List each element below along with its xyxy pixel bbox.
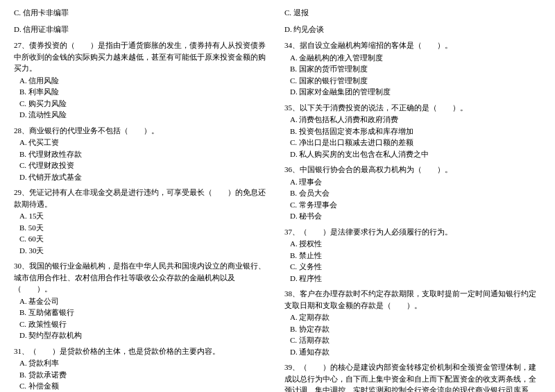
question-block: 37、（ ）是法律要求行为人必须履行的行为。A. 授权性B. 禁止性C. 义务性…	[284, 226, 541, 284]
question-block: 31、（ ）是贷款价格的主体，也是贷款价格的主要内容。A. 贷款利率B. 贷款承…	[14, 346, 271, 393]
option-text: D. 国家对金融集团的管理制度	[284, 86, 541, 98]
question-text: D. 约见会谈	[284, 24, 541, 35]
option-text: C. 政策性银行	[14, 318, 271, 330]
option-text: B. 禁止性	[284, 250, 541, 262]
option-text: B. 协定存款	[284, 323, 541, 335]
option-text: B. 50天	[14, 222, 271, 234]
option-text: D. 程序性	[284, 273, 541, 284]
option-text: D. 契约型存款机构	[14, 330, 271, 341]
question-text: C. 信用卡非编罪	[14, 7, 271, 19]
question-text: 31、（ ）是贷款价格的主体，也是贷款价格的主要内容。	[14, 346, 271, 357]
question-text: 28、商业银行的代理业务不包括（ ）。	[14, 125, 271, 137]
option-text: D. 流动性风险	[14, 109, 271, 121]
question-block: D. 信用证非编罪	[14, 24, 271, 36]
question-block: 30、我国的银行业金融机构，是指在中华人民共和国境内设立的商业银行、城市信用合作…	[14, 260, 271, 341]
question-block: D. 约见会谈	[284, 24, 541, 36]
question-text: 30、我国的银行业金融机构，是指在中华人民共和国境内设立的商业银行、城市信用合作…	[14, 260, 271, 295]
option-text: C. 购买力风险	[14, 98, 271, 110]
option-text: C. 活期存款	[284, 334, 541, 346]
option-text: A. 金融机构的准入管理制度	[284, 52, 541, 64]
question-text: 27、债券投资的（ ）是指由于通货膨胀的发生，债券持有人从投资债券中所收到的金钱…	[14, 40, 271, 74]
option-text: A. 基金公司	[14, 296, 271, 307]
option-text: B. 代理财政性存款	[14, 148, 271, 160]
question-block: 36、中国银行协会合的最高权力机构为（ ）。A. 理事会B. 会员大会C. 常务…	[284, 164, 541, 222]
option-text: C. 60天	[14, 233, 271, 245]
option-text: B. 互助储蓄银行	[14, 307, 271, 318]
question-text: 38、客户在办理存款时不约定存款期限，支取时提前一定时间通知银行约定支取日期和支…	[284, 288, 541, 311]
option-text: B. 会员大会	[284, 187, 541, 199]
question-block: 28、商业银行的代理业务不包括（ ）。A. 代买工资B. 代理财政性存款C. 代…	[14, 125, 271, 183]
question-block: 34、据自设立金融机构筹缩招的客体是（ ）。A. 金融机构的准入管理制度B. 国…	[284, 40, 541, 98]
option-text: A. 理事会	[284, 176, 541, 188]
option-text: A. 定期存款	[284, 312, 541, 323]
option-text: C. 国家的银行管理制度	[284, 75, 541, 87]
option-text: C. 代理财政投资	[14, 160, 271, 171]
option-text: C. 义务性	[284, 261, 541, 273]
question-block: 29、凭证记持有人在非现金交易是进行违约，可享受最长（ ）的免息还款期待遇。A.…	[14, 187, 271, 256]
question-text: 36、中国银行协会合的最高权力机构为（ ）。	[284, 164, 541, 176]
option-text: D. 30天	[14, 245, 271, 257]
option-text: A. 15天	[14, 210, 271, 222]
option-text: D. 秘书会	[284, 210, 541, 222]
question-text: 39、（ ）的核心是建设内部资金转移定价机制和全颈资金管理体制，建成以总行为中心…	[284, 361, 541, 392]
option-text: A. 消费包括私人消费和政府消费	[284, 114, 541, 126]
option-text: B. 利率风险	[14, 86, 271, 98]
option-text: C. 净出口是出口额减去进口额的差额	[284, 137, 541, 148]
question-block: 27、债券投资的（ ）是指由于通货膨胀的发生，债券持有人从投资债券中所收到的金钱…	[14, 40, 271, 121]
question-text: 29、凭证记持有人在非现金交易是进行违约，可享受最长（ ）的免息还款期待遇。	[14, 187, 271, 210]
question-block: C. 退报	[284, 7, 541, 19]
question-text: C. 退报	[284, 7, 541, 19]
option-text: D. 私人购买房的支出包含在私人消费之中	[284, 148, 541, 160]
question-text: D. 信用证非编罪	[14, 24, 271, 35]
option-text: A. 代买工资	[14, 137, 271, 148]
option-text: A. 授权性	[284, 238, 541, 250]
right-column: C. 退报D. 约见会谈34、据自设立金融机构筹缩招的客体是（ ）。A. 金融机…	[284, 7, 541, 392]
option-text: D. 通知存款	[284, 346, 541, 358]
option-text: B. 国家的货币管理制度	[284, 63, 541, 75]
question-text: 34、据自设立金融机构筹缩招的客体是（ ）。	[284, 40, 541, 51]
question-block: 38、客户在办理存款时不约定存款期限，支取时提前一定时间通知银行约定支取日期和支…	[284, 288, 541, 357]
question-text: 35、以下关于消费投资的说法，不正确的是（ ）。	[284, 102, 541, 114]
option-text: A. 贷款利率	[14, 357, 271, 369]
question-block: C. 信用卡非编罪	[14, 7, 271, 19]
option-text: C. 补偿金额	[14, 380, 271, 392]
option-text: A. 信用风险	[14, 75, 271, 87]
left-column: C. 信用卡非编罪D. 信用证非编罪27、债券投资的（ ）是指由于通货膨胀的发生…	[14, 7, 271, 392]
question-block: 39、（ ）的核心是建设内部资金转移定价机制和全颈资金管理体制，建成以总行为中心…	[284, 361, 541, 392]
option-text: B. 贷款承诺费	[14, 369, 271, 381]
option-text: C. 常务理事会	[284, 199, 541, 211]
option-text: B. 投资包括固定资本形成和库存增加	[284, 126, 541, 137]
question-text: 37、（ ）是法律要求行为人必须履行的行为。	[284, 226, 541, 238]
question-block: 35、以下关于消费投资的说法，不正确的是（ ）。A. 消费包括私人消费和政府消费…	[284, 102, 541, 160]
option-text: D. 代销开放式基金	[14, 171, 271, 183]
